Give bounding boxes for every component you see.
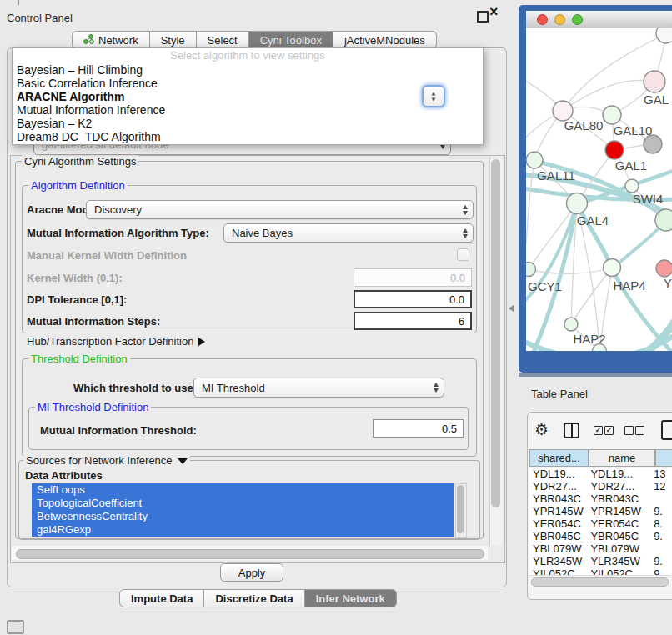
mi-steps-label: Mutual Information Steps: <box>27 315 160 328</box>
mi-threshold-group-title: MI Threshold Definition <box>35 401 151 413</box>
combo-arrows-icon <box>463 205 468 215</box>
network-node-gcy1[interactable] <box>526 262 536 277</box>
deselect-checkbox-icon[interactable] <box>635 426 644 435</box>
algorithm-option[interactable]: ARACNE Algorithm <box>13 90 483 103</box>
settings-hscrollbar-thumb[interactable] <box>16 549 484 559</box>
mi-steps-field[interactable]: 6 <box>354 312 472 330</box>
select-all-checkbox-icon[interactable]: ✓ <box>604 426 614 435</box>
zoom-traffic-light[interactable] <box>572 14 583 25</box>
table-row[interactable]: YER054CYER054C8. <box>529 518 672 530</box>
data-attributes-list[interactable]: SelfLoopsTopologicalCoefficientBetweenne… <box>32 483 454 537</box>
float-window-icon[interactable] <box>477 11 489 22</box>
splitter-collapse-arrow[interactable] <box>509 305 514 312</box>
tab-label: Network <box>98 34 138 47</box>
tab-infer-network[interactable]: Infer Network <box>305 589 397 608</box>
kernel-width-label: Kernel Width (0,1): <box>27 272 123 284</box>
mi-threshold-value: 0.5 <box>442 422 457 435</box>
table-panel-title: Table Panel <box>531 388 588 400</box>
column-header-name[interactable]: name <box>589 449 655 467</box>
aracne-mode-combo[interactable]: Discovery <box>86 200 474 219</box>
table-row[interactable]: YBR043CYBR043C <box>529 492 672 505</box>
network-node-gal[interactable] <box>644 71 665 92</box>
table-row[interactable]: YBL079WYBL079W <box>529 542 672 555</box>
split-columns-icon[interactable] <box>564 422 579 438</box>
app-screen: Control Panel × Network Style Select Cyn… <box>0 0 672 635</box>
attribute-item[interactable]: TopologicalCoefficient <box>32 497 454 510</box>
attribute-item[interactable]: SelfLoops <box>32 483 454 497</box>
select-all-checkbox-icon[interactable]: ✓ <box>594 426 603 435</box>
mi-algorithm-type-combo[interactable]: Naive Bayes <box>223 223 474 242</box>
cyni-algorithm-settings-title: Cyni Algorithm Settings <box>22 155 138 168</box>
table-row[interactable]: YPR145WYPR145W9. <box>529 505 672 518</box>
network-node-hap4[interactable] <box>604 259 621 277</box>
file-icon[interactable] <box>661 420 672 440</box>
tab-label: Select <box>208 34 238 47</box>
tab-label: Cyni Toolbox <box>260 34 322 47</box>
network-node-label: HAP4 <box>613 278 645 292</box>
network-node-label: GAL4 <box>577 213 609 228</box>
hub-tf-definition-toggle[interactable]: Hub/Transcription Factor Definition <box>27 335 205 348</box>
attribute-item[interactable]: gal4RGexp <box>32 523 454 537</box>
network-node[interactable] <box>656 28 672 43</box>
which-threshold-combo[interactable]: MI Threshold <box>193 378 444 398</box>
attributes-vscrollbar-thumb[interactable] <box>457 485 464 533</box>
algorithm-option[interactable]: Basic Correlation Inference <box>13 77 483 90</box>
network-node[interactable] <box>655 209 672 231</box>
control-panel-tabs: Network Style Select Cyni Toolbox jActiv… <box>72 31 437 49</box>
gear-icon[interactable]: ⚙ <box>534 420 549 439</box>
network-node-swi4[interactable] <box>625 179 639 192</box>
tab-label: Discretize Data <box>215 592 293 605</box>
apply-button-label: Apply <box>238 567 266 579</box>
sources-group-toggle[interactable]: Sources for Network Inference <box>23 454 190 467</box>
mi-algorithm-type-label: Mutual Information Algorithm Type: <box>27 227 209 239</box>
table-row[interactable]: YLR345WYLR345W9. <box>529 555 672 568</box>
column-header-clipped[interactable] <box>655 449 672 467</box>
deselect-checkbox-icon[interactable] <box>624 426 634 435</box>
aracne-mode-value: Discovery <box>94 203 142 216</box>
which-threshold-label: Which threshold to use: <box>73 382 197 394</box>
data-attributes-label: Data Attributes <box>25 469 103 482</box>
table-hscrollbar-thumb[interactable] <box>531 578 669 587</box>
attribute-item[interactable]: BetweennessCentrality <box>32 510 454 523</box>
algorithm-option[interactable]: Dream8 DC_TDC Algorithm <box>13 130 483 143</box>
network-window-titlebar[interactable] <box>526 11 672 28</box>
combo-focus-ring-fragment[interactable] <box>422 85 445 108</box>
tab-cyni-toolbox[interactable]: Cyni Toolbox <box>249 31 333 49</box>
algorithm-option[interactable]: Bayesian – Hill Climbing <box>13 63 483 77</box>
minimize-traffic-light[interactable] <box>554 14 565 25</box>
tab-network[interactable]: Network <box>72 31 150 49</box>
apply-button[interactable]: Apply <box>220 563 283 582</box>
algorithm-dropdown-placeholder: Select algorithm to view settings <box>13 48 483 63</box>
network-node[interactable] <box>644 135 662 153</box>
network-node-gal11[interactable] <box>526 152 543 168</box>
network-node-gal10[interactable] <box>603 106 621 124</box>
tab-select[interactable]: Select <box>197 31 249 49</box>
tab-style[interactable]: Style <box>150 31 197 49</box>
column-header-shared-name[interactable]: shared... <box>529 449 589 467</box>
table-row[interactable]: YDL19...YDL19...13 <box>529 468 672 480</box>
tab-label: jActiveMNodules <box>344 34 425 47</box>
close-icon[interactable]: × <box>489 3 499 21</box>
minimized-panel-icon[interactable] <box>7 620 24 634</box>
cyni-bottom-tabs: Impute Data Discretize Data Infer Networ… <box>119 589 397 608</box>
table-row[interactable]: YDR27...YDR27...12 <box>529 480 672 492</box>
network-view-canvas[interactable]: GALGAL80GAL10GAL1GAL11SWI4GAL4GCY1HAP4YH… <box>526 28 672 351</box>
algorithm-option[interactable]: Bayesian – K2 <box>13 117 483 130</box>
tab-discretize-data[interactable]: Discretize Data <box>204 589 304 608</box>
network-node-gal4[interactable] <box>567 193 588 214</box>
network-node-hap2[interactable] <box>564 318 578 331</box>
close-traffic-light[interactable] <box>537 14 548 25</box>
tab-jactivemnodules[interactable]: jActiveMNodules <box>333 31 437 49</box>
kernel-width-field: 0.0 <box>354 268 472 287</box>
combo-arrows-icon <box>463 228 468 238</box>
network-node-y[interactable] <box>656 260 672 277</box>
manual-kernel-width-checkbox <box>457 248 469 261</box>
network-node-gal1[interactable] <box>605 141 624 159</box>
tab-impute-data[interactable]: Impute Data <box>119 589 204 608</box>
network-node-label: Y <box>664 276 672 290</box>
dpi-tolerance-field[interactable]: 0.0 <box>354 290 472 308</box>
mi-threshold-field[interactable]: 0.5 <box>373 419 464 438</box>
table-row[interactable]: YBR045CYBR045C9. <box>529 530 672 542</box>
settings-vscrollbar-thumb[interactable] <box>491 159 500 508</box>
algorithm-option[interactable]: Mutual Information Inference <box>13 103 483 117</box>
